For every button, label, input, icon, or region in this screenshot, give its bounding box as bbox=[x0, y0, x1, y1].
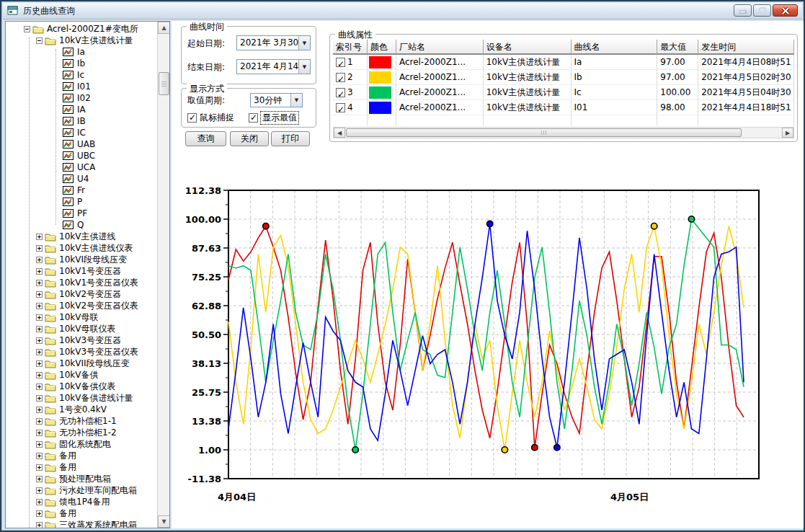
empty-cell bbox=[333, 115, 368, 125]
folder-icon bbox=[45, 371, 56, 380]
tree-item-label: 无功补偿柜1-1 bbox=[59, 415, 117, 427]
mouse-capture-checkbox[interactable] bbox=[187, 113, 197, 123]
tree-expander-icon[interactable]: − bbox=[36, 37, 43, 44]
tree-expander-icon[interactable]: + bbox=[36, 522, 43, 528]
scroll-right-icon[interactable]: ▶ bbox=[782, 128, 793, 138]
column-header-5[interactable]: 最大值 bbox=[657, 40, 698, 55]
column-header-2[interactable]: 厂站名 bbox=[396, 40, 484, 55]
tree-item-label: 馈电1P4备用 bbox=[59, 496, 110, 507]
column-header-1[interactable]: 颜色 bbox=[368, 40, 396, 55]
table-scrollbar-thumb[interactable] bbox=[346, 128, 742, 137]
end-date-picker[interactable]: 2021年 4月14 ▼ bbox=[236, 59, 311, 74]
tree-expander-icon[interactable]: + bbox=[36, 395, 43, 402]
show-extremes-checkbox[interactable] bbox=[249, 113, 258, 123]
tree-expander-icon[interactable]: + bbox=[36, 499, 43, 505]
close-dialog-button[interactable]: 关闭 bbox=[230, 131, 269, 146]
tree-expander-icon[interactable]: + bbox=[36, 234, 43, 240]
period-select[interactable]: 30分钟 ▼ bbox=[250, 93, 303, 107]
row-checkbox[interactable] bbox=[336, 58, 345, 67]
curve-icon bbox=[63, 105, 74, 114]
row-color-cell bbox=[368, 100, 396, 115]
tree-expander-icon[interactable]: + bbox=[36, 407, 43, 413]
tree-expander-icon[interactable]: + bbox=[36, 372, 43, 378]
tree-item-label: 预处理配电箱 bbox=[59, 473, 111, 484]
row-index-cell[interactable]: 4 bbox=[333, 100, 368, 115]
curve-color-swatch bbox=[369, 102, 391, 114]
row-index-cell[interactable]: 2 bbox=[333, 70, 368, 85]
tree-expander-icon[interactable]: + bbox=[36, 476, 43, 482]
row-time-cell: 2021年4月4日18时51 bbox=[698, 100, 794, 115]
show-extremes-option[interactable]: 显示最值 bbox=[249, 112, 298, 124]
mouse-capture-option[interactable]: 鼠标捕捉 bbox=[187, 112, 234, 124]
end-date-value: 2021年 4月14 bbox=[237, 60, 298, 74]
row-index-cell[interactable]: 3 bbox=[333, 85, 368, 100]
folder-icon bbox=[45, 440, 56, 449]
tree-expander-icon[interactable]: + bbox=[36, 487, 43, 494]
curve-icon bbox=[63, 163, 74, 172]
scroll-up-icon[interactable]: ▲ bbox=[158, 22, 170, 34]
tree-expander-icon[interactable]: + bbox=[36, 441, 43, 448]
tree-vertical-scrollbar[interactable]: ▲ ▼ bbox=[157, 22, 169, 528]
start-date-dropdown-icon[interactable]: ▼ bbox=[298, 36, 310, 50]
tree-expander-icon[interactable]: + bbox=[36, 360, 43, 367]
scroll-down-icon[interactable]: ▼ bbox=[158, 515, 170, 528]
tree-item-root[interactable]: −Acrel-2000Z1#变电所 bbox=[6, 23, 156, 35]
tree-expander-icon[interactable]: + bbox=[36, 291, 43, 298]
tree-expander-icon[interactable]: + bbox=[36, 384, 43, 390]
tree-expander-icon[interactable]: + bbox=[36, 349, 43, 355]
tree-expander-icon[interactable]: + bbox=[36, 430, 43, 436]
titlebar[interactable]: 历史曲线查询 bbox=[3, 3, 802, 19]
tree-expander-icon[interactable]: + bbox=[36, 314, 43, 321]
row-checkbox[interactable] bbox=[336, 73, 345, 82]
print-button[interactable]: 打印 bbox=[271, 131, 310, 146]
window-title: 历史曲线查询 bbox=[23, 5, 75, 17]
column-header-0[interactable]: 索引号 bbox=[333, 40, 368, 55]
tree-expander-icon[interactable]: + bbox=[36, 418, 43, 425]
table-row[interactable]: 1Acrel-2000Z1...10kV主供进线计量Ia97.002021年4月… bbox=[333, 55, 794, 70]
tree-expander-icon[interactable]: + bbox=[36, 453, 43, 459]
column-header-3[interactable]: 设备名 bbox=[484, 40, 571, 55]
period-dropdown-icon[interactable]: ▼ bbox=[290, 94, 302, 107]
tree-expander-icon[interactable]: + bbox=[36, 303, 43, 309]
minimize-button[interactable] bbox=[734, 4, 752, 17]
tree-expander-icon[interactable]: + bbox=[36, 326, 43, 332]
tree-expander-icon[interactable]: + bbox=[36, 245, 43, 252]
tree-expander-icon[interactable]: + bbox=[36, 337, 43, 344]
tree-expander-icon[interactable]: + bbox=[36, 280, 43, 286]
column-header-6[interactable]: 发生时间 bbox=[698, 40, 794, 55]
folder-icon bbox=[45, 324, 56, 334]
tree-expander-icon[interactable]: + bbox=[36, 268, 43, 275]
tree-item-label: 固化系统配电 bbox=[59, 438, 111, 450]
tree-item-label: 10kV2号变压器仪表 bbox=[59, 300, 138, 311]
tree-expander-icon[interactable]: − bbox=[24, 26, 30, 32]
start-date-picker[interactable]: 2021年 3月30 ▼ bbox=[236, 35, 311, 50]
row-checkbox[interactable] bbox=[336, 103, 345, 112]
tree-item-label: 三效蒸发系统配电箱 bbox=[59, 519, 137, 528]
tree-item-label: 10kV3号变压器 bbox=[59, 334, 121, 346]
table-row[interactable]: 3Acrel-2000Z1...10kV主供进线计量Ic100.002021年4… bbox=[333, 85, 794, 100]
scroll-left-icon[interactable]: ◀ bbox=[334, 128, 345, 138]
tree-item-label: 10kV母联 bbox=[59, 311, 98, 323]
tree-expander-icon[interactable]: + bbox=[36, 464, 43, 471]
period-label: 取值周期: bbox=[187, 94, 225, 107]
tree-expander-icon[interactable]: + bbox=[36, 257, 43, 263]
table-row[interactable]: 2Acrel-2000Z1...10kV主供进线计量Ib97.002021年4月… bbox=[333, 70, 794, 85]
close-button[interactable] bbox=[773, 4, 798, 17]
maximize-button[interactable] bbox=[753, 4, 771, 17]
folder-icon bbox=[45, 509, 56, 518]
curve-icon bbox=[63, 71, 74, 79]
table-header-row: 索引号颜色厂站名设备名曲线名最大值发生时间 bbox=[333, 40, 794, 55]
table-horizontal-scrollbar[interactable]: ◀ ▶ bbox=[333, 127, 794, 138]
folder-icon bbox=[45, 405, 56, 414]
column-header-4[interactable]: 曲线名 bbox=[571, 40, 658, 55]
tree-scrollbar-thumb[interactable] bbox=[159, 72, 169, 95]
tree-item-label: 10kV备供仪表 bbox=[59, 381, 115, 392]
row-index-cell[interactable]: 1 bbox=[333, 55, 368, 70]
query-button[interactable]: 查询 bbox=[185, 131, 226, 146]
tree-item-label: 10kV2号变压器 bbox=[59, 288, 121, 300]
tree-expander-icon[interactable]: + bbox=[36, 510, 43, 517]
row-checkbox[interactable] bbox=[336, 88, 345, 97]
empty-cell bbox=[396, 115, 484, 125]
table-row[interactable]: 4Acrel-2000Z1...10kV主供进线计量I0198.002021年4… bbox=[333, 100, 794, 115]
end-date-dropdown-icon[interactable]: ▼ bbox=[298, 60, 310, 74]
